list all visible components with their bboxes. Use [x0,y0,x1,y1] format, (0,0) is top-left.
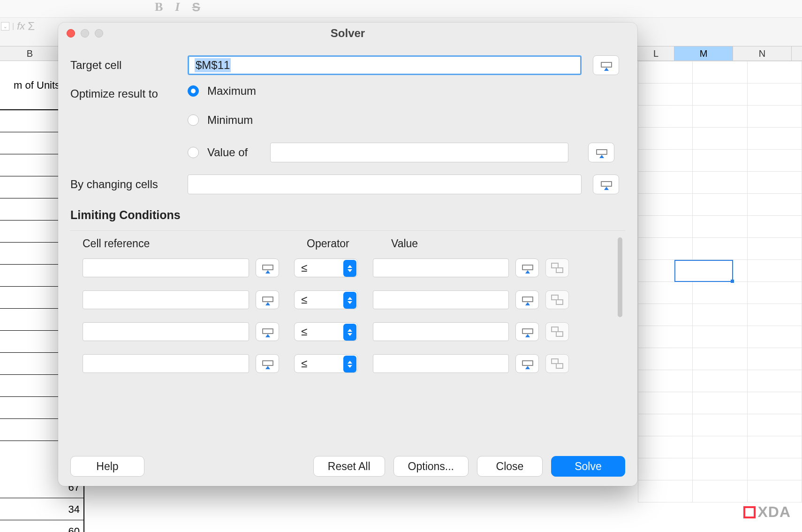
watermark: XDA [743,503,791,521]
cond-cellref-input[interactable] [83,258,249,277]
col-header-b[interactable]: B [0,46,60,61]
zoom-window-icon [95,29,103,38]
stepper-icon [343,324,356,341]
name-box-dropdown[interactable]: ⌄ [1,22,9,30]
radio-minimum-label: Minimum [207,114,253,127]
separator: | [12,22,14,30]
cond-value-input[interactable] [373,258,509,277]
radio-valueof-row[interactable]: Value of [188,143,614,162]
target-cell-label: Target cell [70,59,188,72]
operator-value: ≤ [301,261,307,274]
operator-select[interactable]: ≤ [294,290,358,309]
shrink-value-button[interactable] [515,290,539,309]
shrink-cellref-button[interactable] [256,258,279,277]
traffic-lights [67,29,103,38]
cond-value-input[interactable] [373,322,509,341]
solve-button[interactable]: Solve [551,456,625,477]
remove-condition-button[interactable] [545,322,569,341]
optimize-radio-group: Maximum Minimum Value of [188,84,614,162]
watermark-icon [743,506,756,518]
shrink-icon [262,296,272,303]
conditions-scrollbar[interactable] [618,237,622,317]
operator-select[interactable]: ≤ [294,322,358,341]
sigma-icon[interactable]: Σ [28,20,35,33]
condition-row: ≤ [83,290,621,309]
col-header-n[interactable]: N [733,46,792,61]
remove-condition-button[interactable] [545,290,569,309]
dialog-title: Solver [58,27,637,40]
optimize-label: Optimize result to [70,84,188,100]
cond-value-input[interactable] [373,290,509,309]
shrink-icon [262,360,272,367]
fx-label[interactable]: fx [17,20,25,32]
target-cell-value: $M$11 [195,58,231,72]
operator-select[interactable]: ≤ [294,258,358,277]
italic-icon: I [175,0,180,14]
cell-value[interactable]: 34 [0,498,84,520]
remove-icon [552,360,562,367]
valueof-input[interactable] [270,143,568,162]
bold-icon: B [155,0,163,14]
cond-cellref-input[interactable] [83,354,249,373]
close-button[interactable]: Close [477,456,543,477]
condition-row: ≤ [83,322,621,341]
operator-value: ≤ [301,325,307,338]
right-grid[interactable] [638,61,802,532]
bychanging-label: By changing cells [70,178,188,191]
cond-value-input[interactable] [373,354,509,373]
radio-minimum-row[interactable]: Minimum [188,114,614,127]
col-header-m[interactable]: M [674,46,733,61]
formula-bar: ⌄ | fx Σ [0,20,35,33]
shrink-cellref-button[interactable] [256,290,279,309]
cell-value[interactable]: 60 [0,520,84,532]
target-cell-input[interactable]: $M$11 [188,55,582,75]
radio-maximum-row[interactable]: Maximum [188,84,614,98]
reset-all-button[interactable]: Reset All [313,456,385,477]
close-window-icon[interactable] [67,29,75,38]
radio-maximum[interactable] [188,85,199,97]
condition-row: ≤ [83,258,621,277]
shrink-icon [522,265,532,271]
cond-cellref-input[interactable] [83,290,249,309]
header-cellref: Cell reference [83,237,307,250]
optimize-row: Optimize result to Maximum Minimum Value… [70,84,625,162]
shrink-icon [262,265,272,271]
minimize-window-icon [81,29,89,38]
shrink-cellref-button[interactable] [256,354,279,373]
shrink-value-button[interactable] [515,354,539,373]
radio-minimum[interactable] [188,114,199,126]
bychanging-input[interactable] [188,175,582,194]
shrink-value-button[interactable] [515,322,539,341]
toolbar-icons: B I S [155,0,802,14]
header-value: Value [391,237,418,250]
shrink-bychanging-button[interactable] [593,175,619,194]
shrink-icon [522,360,532,367]
limiting-conditions-header: Limiting Conditions [70,208,625,222]
condition-headers: Cell reference Operator Value [83,237,621,250]
header-operator: Operator [307,237,391,250]
condition-row: ≤ [83,354,621,373]
col-header-l[interactable]: L [638,46,674,61]
operator-select[interactable]: ≤ [294,354,358,373]
remove-icon [552,328,562,335]
shrink-icon [522,296,532,303]
help-button[interactable]: Help [70,456,144,477]
titlebar: Solver [58,23,637,44]
remove-condition-button[interactable] [545,354,569,373]
radio-valueof[interactable] [188,147,199,158]
shrink-value-button[interactable] [515,258,539,277]
remove-condition-button[interactable] [545,258,569,277]
remove-icon [552,296,562,304]
selected-cell[interactable] [674,260,733,282]
options-button[interactable]: Options... [393,456,469,477]
stepper-icon [343,260,356,277]
shrink-valueof-button[interactable] [588,143,614,162]
condition-rows: ≤ ≤ [83,258,621,373]
remove-icon [552,264,562,272]
target-cell-row: Target cell $M$11 [70,55,625,75]
shrink-cellref-button[interactable] [256,322,279,341]
shrink-target-button[interactable] [593,55,619,75]
bychanging-row: By changing cells [70,175,625,194]
cond-cellref-input[interactable] [83,322,249,341]
conditions-panel: Cell reference Operator Value ≤ [70,230,625,379]
